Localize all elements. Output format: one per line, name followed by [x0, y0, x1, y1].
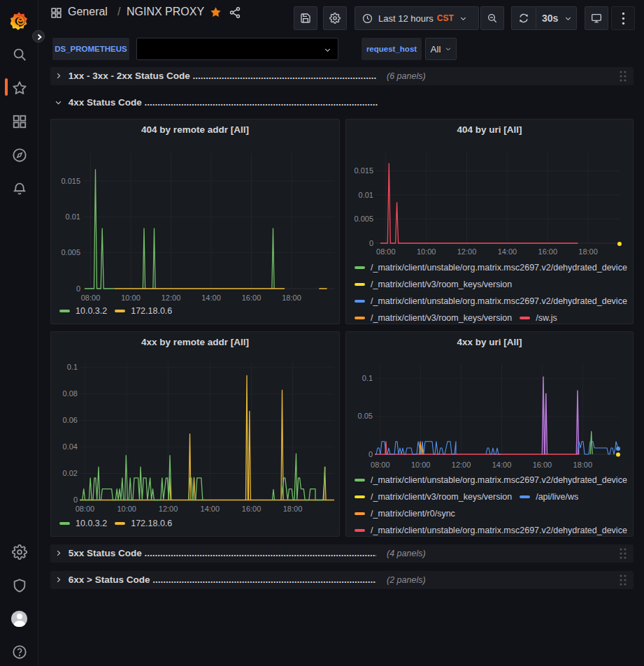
svg-text:0.01: 0.01 — [66, 212, 80, 221]
svg-text:18:00: 18:00 — [283, 505, 303, 513]
svg-text:10:00: 10:00 — [117, 505, 136, 513]
svg-text:16:00: 16:00 — [533, 461, 552, 469]
svg-text:16:00: 16:00 — [242, 294, 262, 302]
svg-text:12:00: 12:00 — [162, 294, 181, 302]
svg-text:0.015: 0.015 — [354, 166, 373, 175]
svg-text:10:00: 10:00 — [411, 461, 431, 469]
svg-text:08:00: 08:00 — [376, 247, 396, 256]
svg-text:0.005: 0.005 — [354, 215, 373, 223]
svg-text:0.005: 0.005 — [61, 248, 80, 256]
svg-text:14:00: 14:00 — [498, 247, 517, 256]
svg-text:0.1: 0.1 — [67, 363, 78, 371]
svg-text:18:00: 18:00 — [573, 461, 593, 469]
svg-text:16:00: 16:00 — [242, 505, 262, 513]
svg-text:14:00: 14:00 — [492, 461, 512, 469]
svg-text:18:00: 18:00 — [578, 247, 598, 256]
svg-text:0.01: 0.01 — [359, 191, 373, 199]
svg-text:0: 0 — [76, 284, 80, 293]
svg-text:0.08: 0.08 — [63, 389, 78, 398]
svg-text:08:00: 08:00 — [76, 505, 95, 513]
svg-text:0.06: 0.06 — [63, 416, 78, 424]
svg-text:12:00: 12:00 — [159, 505, 178, 513]
svg-text:14:00: 14:00 — [201, 294, 221, 302]
svg-text:08:00: 08:00 — [371, 461, 390, 469]
svg-text:0: 0 — [73, 495, 78, 504]
svg-text:16:00: 16:00 — [538, 247, 558, 256]
svg-text:0.04: 0.04 — [63, 442, 78, 451]
svg-text:10:00: 10:00 — [121, 294, 141, 302]
svg-text:10:00: 10:00 — [417, 247, 436, 256]
svg-text:08:00: 08:00 — [81, 294, 101, 302]
svg-text:14:00: 14:00 — [201, 505, 220, 513]
svg-text:0: 0 — [369, 239, 373, 247]
svg-text:12:00: 12:00 — [457, 247, 477, 256]
svg-text:0.02: 0.02 — [63, 469, 78, 477]
svg-text:0.1: 0.1 — [362, 374, 373, 382]
svg-text:12:00: 12:00 — [452, 461, 471, 469]
svg-text:18:00: 18:00 — [282, 294, 301, 302]
svg-text:0.05: 0.05 — [358, 412, 373, 420]
svg-text:0: 0 — [368, 450, 373, 458]
svg-text:0.015: 0.015 — [61, 177, 80, 185]
